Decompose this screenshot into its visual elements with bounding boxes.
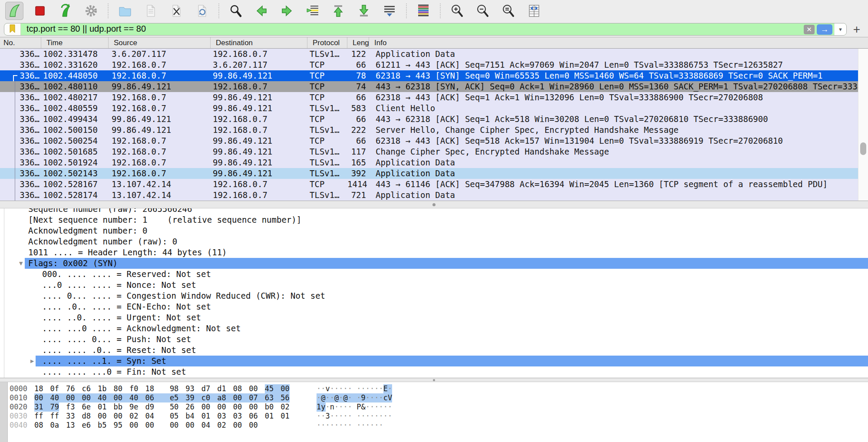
hex-byte[interactable]: 00 <box>82 393 97 402</box>
ascii-char[interactable]: · <box>379 402 383 412</box>
packet-row[interactable]: 336…1002.502143192.168.0.799.86.49.121TL… <box>0 168 858 179</box>
hex-byte[interactable]: 13 <box>66 421 82 430</box>
detail-row[interactable]: [Next sequence number: 1 (relative seque… <box>0 214 868 225</box>
ascii-char[interactable]: · <box>330 384 334 393</box>
ascii-char[interactable]: P <box>356 402 361 412</box>
ascii-char[interactable]: · <box>339 412 343 421</box>
hex-byte[interactable]: 00 <box>113 412 129 421</box>
detail-row[interactable]: 1011 .... = Header Length: 44 bytes (11) <box>0 247 868 258</box>
hex-byte[interactable]: 08 <box>34 421 50 430</box>
resize-columns-button[interactable] <box>525 2 543 20</box>
hex-byte[interactable]: 03 <box>217 412 233 421</box>
hex-byte[interactable]: 63 <box>265 393 281 402</box>
ascii-char[interactable]: · <box>343 384 348 393</box>
zoom-reset-button[interactable] <box>499 2 518 20</box>
hex-byte[interactable]: 6e <box>82 402 97 412</box>
ascii-char[interactable]: · <box>334 412 339 421</box>
ascii-char[interactable]: · <box>370 412 374 421</box>
ascii-char[interactable]: · <box>383 412 388 421</box>
detail-row[interactable]: Acknowledgment number: 0 <box>0 225 868 236</box>
ascii-char[interactable]: · <box>388 402 392 412</box>
hex-byte[interactable]: 01 <box>265 412 281 421</box>
scrollbar-thumb[interactable] <box>860 142 866 155</box>
hex-byte[interactable]: 00 <box>129 421 145 430</box>
hex-byte[interactable]: 9e <box>129 402 145 412</box>
ascii-char[interactable]: · <box>366 421 370 430</box>
ascii-char[interactable] <box>352 393 356 402</box>
ascii-char[interactable]: · <box>370 384 374 393</box>
hex-byte[interactable]: 18 <box>34 384 50 393</box>
ascii-char[interactable]: · <box>326 421 330 430</box>
hex-byte[interactable]: 56 <box>281 393 289 402</box>
ascii-char[interactable]: · <box>326 402 330 412</box>
colorize-button[interactable] <box>414 2 432 20</box>
ascii-char[interactable]: & <box>361 402 366 412</box>
hex-byte[interactable]: 00 <box>233 421 249 430</box>
hex-byte[interactable]: d1 <box>217 384 233 393</box>
start-capture-button[interactable] <box>5 2 23 20</box>
hex-byte[interactable]: a8 <box>217 393 233 402</box>
ascii-char[interactable]: · <box>374 384 379 393</box>
hex-byte[interactable]: 80 <box>113 384 129 393</box>
ascii-char[interactable]: · <box>348 393 352 402</box>
ascii-char[interactable]: · <box>379 412 383 421</box>
go-back-button[interactable] <box>252 2 271 20</box>
hex-byte[interactable]: 00 <box>217 402 233 412</box>
hex-row[interactable]: 0040080a13e6b5950000000004020000········… <box>0 421 868 430</box>
ascii-char[interactable]: · <box>348 421 352 430</box>
ascii-char[interactable]: v <box>326 384 330 393</box>
ascii-char[interactable]: · <box>370 393 374 402</box>
ascii-char[interactable] <box>352 412 356 421</box>
hex-byte[interactable]: 06 <box>145 393 169 402</box>
packet-row[interactable]: 336…1002.52816713.107.42.14192.168.0.7TC… <box>0 179 858 190</box>
hex-byte[interactable]: f0 <box>129 384 145 393</box>
go-last-button[interactable] <box>355 2 373 20</box>
hex-byte[interactable]: 00 <box>249 421 257 430</box>
detail-row[interactable]: .... ..0. .... = Urgent: Not set <box>0 312 868 323</box>
hex-byte[interactable]: 00 <box>233 393 249 402</box>
ascii-char[interactable]: · <box>348 402 352 412</box>
detail-row[interactable]: Acknowledgment number (raw): 0 <box>0 236 868 247</box>
packet-row[interactable]: 336…1002.48011099.86.49.121192.168.0.7TC… <box>0 81 858 92</box>
packet-row[interactable]: 336…1002.500254192.168.0.799.86.49.121TC… <box>0 135 858 146</box>
hex-byte[interactable]: 00 <box>170 421 185 430</box>
hex-byte[interactable]: 01 <box>98 402 113 412</box>
hex-byte[interactable]: 39 <box>185 393 201 402</box>
ascii-char[interactable]: · <box>343 421 348 430</box>
hex-byte[interactable]: b4 <box>185 412 201 421</box>
ascii-char[interactable]: · <box>348 412 352 421</box>
hex-byte[interactable]: 40 <box>129 393 145 402</box>
packet-row[interactable]: 336…1002.480217192.168.0.799.86.49.121TC… <box>0 92 858 103</box>
ascii-char[interactable]: · <box>330 412 334 421</box>
hex-byte[interactable]: 01 <box>201 412 217 421</box>
hex-byte[interactable]: 40 <box>98 393 113 402</box>
ascii-char[interactable]: @ <box>321 393 325 402</box>
hex-row[interactable]: 00100040000040004006e539c0a800076356·@··… <box>0 393 868 402</box>
ascii-char[interactable]: · <box>356 412 361 421</box>
column-header-time[interactable]: Time <box>41 37 109 48</box>
hex-byte[interactable]: d9 <box>145 402 169 412</box>
expander-down-icon[interactable]: ▼ <box>19 258 23 269</box>
restart-capture-button[interactable] <box>56 2 75 20</box>
ascii-char[interactable]: · <box>321 421 325 430</box>
hex-byte[interactable]: 02 <box>129 412 145 421</box>
filter-bookmark-button[interactable] <box>4 23 21 35</box>
hex-byte[interactable]: 04 <box>145 412 169 421</box>
hex-byte[interactable]: 95 <box>113 421 129 430</box>
hex-byte[interactable]: 98 <box>170 384 185 393</box>
ascii-char[interactable]: · <box>383 402 388 412</box>
ascii-char[interactable]: · <box>388 412 392 421</box>
ascii-char[interactable] <box>352 384 356 393</box>
zoom-in-button[interactable] <box>448 2 466 20</box>
hex-byte[interactable]: e6 <box>82 421 97 430</box>
hex-byte[interactable]: 00 <box>98 412 113 421</box>
hex-byte[interactable]: 00 <box>66 393 82 402</box>
display-filter-input[interactable] <box>21 24 804 35</box>
ascii-char[interactable]: · <box>317 393 321 402</box>
ascii-char[interactable] <box>352 402 356 412</box>
ascii-char[interactable]: · <box>343 412 348 421</box>
ascii-char[interactable]: · <box>339 384 343 393</box>
hex-byte[interactable]: c6 <box>82 384 97 393</box>
column-header-info[interactable]: Info <box>369 37 868 48</box>
expander-right-icon[interactable]: ▶ <box>30 356 34 366</box>
